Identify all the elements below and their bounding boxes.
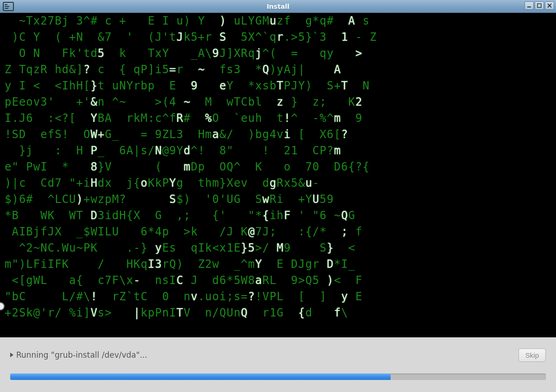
matrix-row: pEeov3' +'&n ^~ >(4 ~ M wTCbl z } z; K2 <box>0 94 556 110</box>
matrix-row: e" PwI * 8}V ( mDp OQ^ K o 70 D6{?{ <box>0 159 556 175</box>
expand-details-icon[interactable] <box>10 353 13 357</box>
matrix-row: m")LFiIFK / HKqI3rQ) Z2w _^mY E DJgr D*I… <box>0 256 556 272</box>
matrix-row: <[gWL a{ c7F\x- nsIC J d6*5W8aRL 9>Q5 )<… <box>0 272 556 289</box>
matrix-screensaver-area: ~Tx27Bj 3^# c + E I u) Y ) uLYGMuzf g*q#… <box>0 13 556 337</box>
window-controls <box>524 1 554 10</box>
status-left: Running "grub-install /dev/vda"... <box>10 350 147 360</box>
matrix-row: O N Fk'td5 k TxY _A\9J]XRqj^( = qy > <box>0 45 556 62</box>
matrix-row: *B WK WT D3idH{X G ,; {' "*{ihF ' "6 ~QG <box>0 208 556 224</box>
matrix-row: ^2~NC.Wu~PK .-} yEs qIk<x1E}5>/ M9 S} < <box>0 240 556 256</box>
status-row: Running "grub-install /dev/vda"... Skip <box>10 346 546 364</box>
window-title: Install <box>0 3 556 10</box>
matrix-row: $)6# ^LCU)+wzpM? S$) '0'UG SwRi +YU59 <box>0 191 556 208</box>
matrix-row: ~Tx27Bj 3^# c + E I u) Y ) uLYGMuzf g*q#… <box>0 13 556 29</box>
matrix-row: !SD efS! OW+G_ = 9ZL3 Hma&/ )bg4vi [ X6[… <box>0 126 556 143</box>
svg-rect-2 <box>537 4 541 7</box>
skip-button[interactable]: Skip <box>518 348 546 362</box>
app-icon <box>2 1 15 12</box>
maximize-button[interactable] <box>535 1 544 10</box>
matrix-row: y I < <IhH[}t uNYrbp E 9 eY *xsbTPJY) S+… <box>0 78 556 94</box>
matrix-row: )|c Cd7 "+iHdx j{oKkPYg thm}Xev dgRx5&u- <box>0 175 556 191</box>
close-button[interactable] <box>545 1 554 10</box>
titlebar-left <box>0 0 19 13</box>
matrix-row: )C Y ( +N &7 ' (J'tJk5+r S 5X^`qr.>5}`3 … <box>0 29 556 45</box>
matrix-row: +2Sk@'r/ %i]Vs> |kpPnITV n/QUnQ r1G {d f… <box>0 305 556 321</box>
progress-bar <box>10 373 546 380</box>
titlebar: Install <box>0 0 556 13</box>
minimize-button[interactable] <box>524 1 534 10</box>
matrix-row: }j : H P_ 6A|s/N@9Yd^! 8" ! 21 CP?m <box>0 143 556 159</box>
matrix-row: I.J6 :<?[ YBA rkM:c^fR# %O `euh t!^ -%^m… <box>0 110 556 126</box>
matrix-row: "bC L/#\! rZ`tC 0 nv.uoi;s=?!VPL [ ] y E <box>0 289 556 305</box>
matrix-row: Z TqzR hd&]? c { qP]i5=r ~ fs3 *Q)yAj| A <box>0 62 556 78</box>
status-text: Running "grub-install /dev/vda"... <box>16 350 147 360</box>
installer-bottom-panel: Running "grub-install /dev/vda"... Skip <box>0 337 556 392</box>
matrix-row: AIBjfJX _$WILU 6*4p >k /J K@7J; :{/* ; f <box>0 224 556 240</box>
progress-bar-fill <box>10 373 391 380</box>
